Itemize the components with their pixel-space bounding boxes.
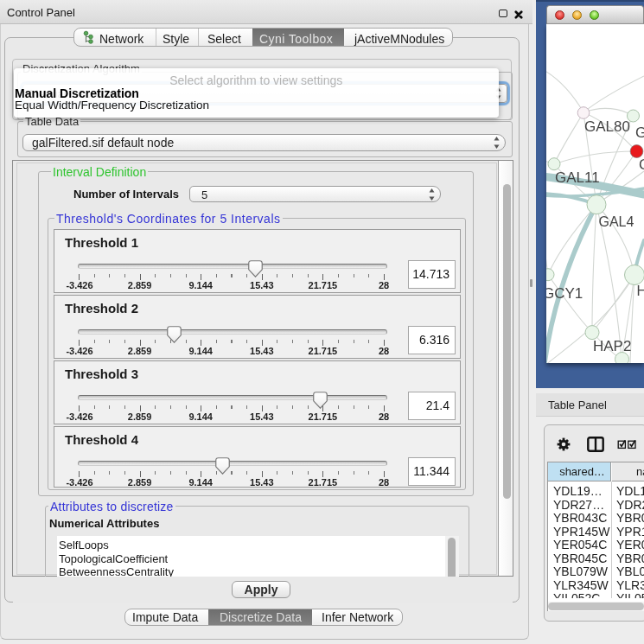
svg-text:GCY1: GCY1 xyxy=(546,285,583,302)
svg-text:GA: GA xyxy=(635,124,644,141)
svg-text:CY: CY xyxy=(639,156,644,173)
svg-text:GAL11: GAL11 xyxy=(555,169,600,186)
svg-text:H: H xyxy=(636,284,644,298)
svg-text:HAP2: HAP2 xyxy=(593,338,631,354)
svg-text:GAL80: GAL80 xyxy=(584,118,630,135)
svg-text:GAL4: GAL4 xyxy=(598,214,634,229)
